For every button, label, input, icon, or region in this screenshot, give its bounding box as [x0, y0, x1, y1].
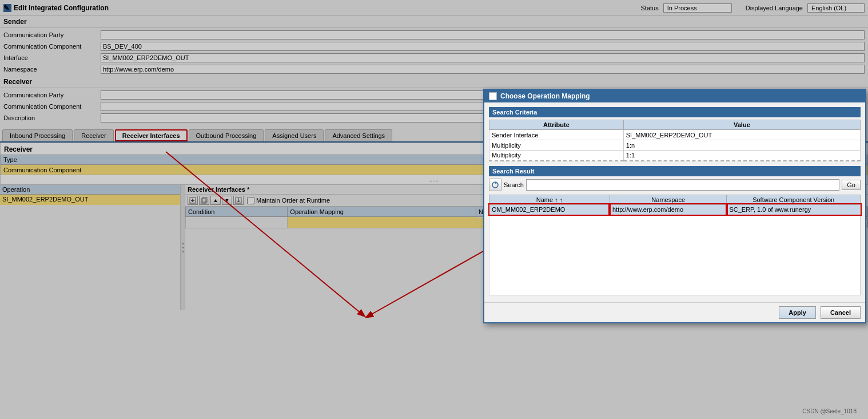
criteria-row: Sender Interface SI_MM002_ERP2DEMO_OUT [489, 130, 861, 140]
criteria-row: Multiplicity 1:n [489, 140, 861, 151]
modal-body: Search Criteria Attribute Value Sender I… [484, 102, 865, 300]
criteria-col-attribute: Attribute [489, 120, 624, 130]
search-refresh-button[interactable] [489, 179, 501, 191]
search-result-header: Search Result [489, 166, 861, 176]
modal-footer: Apply Cancel [484, 302, 865, 322]
search-row: Search Go [489, 179, 861, 191]
search-input[interactable] [526, 179, 839, 191]
cancel-button[interactable]: Cancel [821, 306, 861, 319]
mapping-icon [489, 92, 497, 100]
criteria-value: 1:1 [623, 151, 860, 161]
modal-title: Choose Operation Mapping [500, 92, 590, 100]
apply-button[interactable]: Apply [779, 306, 816, 319]
modal-dialog: Choose Operation Mapping Search Criteria… [483, 89, 866, 323]
result-col-namespace: Namespace [610, 195, 726, 204]
result-namespace: http://www.erp.com/demo [610, 204, 726, 215]
search-criteria-header: Search Criteria [489, 107, 861, 117]
criteria-value: SI_MM002_ERP2DEMO_OUT [623, 130, 860, 140]
result-col-name[interactable]: Name ↑ [489, 195, 610, 204]
result-scv: SC_ERP, 1.0 of www.runergy [727, 204, 861, 215]
search-label: Search [504, 181, 524, 188]
result-col-scv: Software Component Version [727, 195, 861, 204]
criteria-attr: Multiplicity [489, 151, 624, 161]
criteria-row: Multiplicity 1:1 [489, 151, 861, 161]
results-table: Name ↑ Namespace Software Component Vers… [489, 195, 861, 215]
criteria-col-value: Value [623, 120, 860, 130]
go-button[interactable]: Go [842, 180, 861, 190]
criteria-attr: Sender Interface [489, 130, 624, 140]
criteria-value: 1:n [623, 140, 860, 151]
svg-point-10 [492, 182, 498, 188]
result-row[interactable]: OM_MM002_ERP2DEMO http://www.erp.com/dem… [489, 204, 861, 215]
criteria-attr: Multiplicity [489, 140, 624, 151]
criteria-table: Attribute Value Sender Interface SI_MM00… [489, 120, 861, 161]
modal-title-bar: Choose Operation Mapping [484, 90, 865, 102]
result-name: OM_MM002_ERP2DEMO [489, 204, 610, 215]
main-container: ✎ Edit Integrated Configuration Status I… [0, 0, 868, 419]
results-empty-area [489, 215, 861, 295]
